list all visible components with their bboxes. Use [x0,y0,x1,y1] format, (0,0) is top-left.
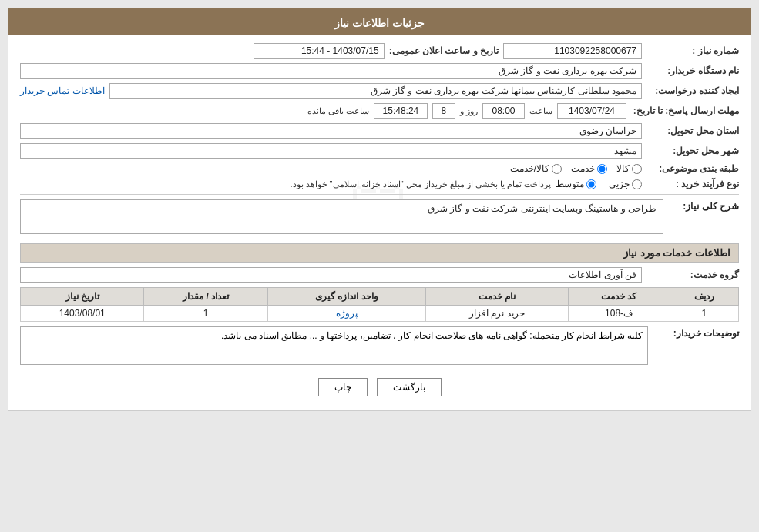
creator-label: ایجاد کننده درخواست: [646,85,739,96]
reply-time-value: 08:00 [482,103,525,119]
reply-deadline-label: مهلت ارسال پاسخ: تا تاریخ: [631,105,739,116]
purchase-type-radio-group: جزیی متوسط [556,179,642,189]
table-cell-2: خرید نرم افزار [426,306,569,322]
delivery-city-value: مشهد [20,143,642,159]
reply-date-value: 1403/07/24 [557,103,626,119]
reply-remaining-label: ساعت باقی مانده [307,106,369,116]
category-label-khedmat: خدمت [571,163,595,174]
category-label: طبقه بندی موضوعی: [646,163,739,174]
need-number-label: شماره نیاز : [646,45,739,56]
table-cell-4: 1 [144,306,267,322]
contact-link[interactable]: اطلاعات تماس خریدار [20,85,105,96]
buyer-notes-label: توضیحات خریدار: [654,326,739,339]
buyer-notes-value[interactable] [20,326,648,365]
col-unit: واحد اندازه گیری [267,288,425,306]
reply-days-label: روز و [460,106,478,116]
category-label-kala: کالا [616,163,630,174]
purchase-type-label-jozi: جزیی [609,179,630,189]
service-group-label: گروه خدمت: [646,269,739,280]
back-button[interactable]: بازگشت [377,378,442,396]
page-title: جزئیات اطلاعات نیاز [334,17,425,29]
col-date: تاریخ نیاز [21,288,144,306]
purchase-type-label: نوع فرآیند خرید : [646,179,739,189]
announcement-datetime-label: تاریخ و ساعت اعلان عمومی: [389,45,499,56]
services-table-body: 1ف-108خرید نرم افزارپروژه11403/08/01 [21,306,739,322]
footer-buttons: بازگشت چاپ [20,378,739,396]
col-name: نام خدمت [426,288,569,306]
row-creator: ایجاد کننده درخواست: محمود سلطانی کارشنا… [20,83,739,99]
need-desc-value: طراحی و هاستینگ وبسایت اینترنتی شرکت نفت… [20,199,663,234]
row-category: طبقه بندی موضوعی: کالا خدمت کالا/خدمت [20,163,739,174]
creator-value: محمود سلطانی کارشناس بیمانها شرکت بهره ب… [109,83,642,99]
card-header: جزئیات اطلاعات نیاز [8,11,751,35]
purchase-type-motavaset[interactable]: متوسط [556,179,596,189]
row-buyer-notes: توضیحات خریدار: [20,326,739,367]
row-buyer-name: نام دستگاه خریدار: شرکت بهره برداری نفت … [20,63,739,79]
row-delivery-province: استان محل تحویل: خراسان رضوی [20,123,739,139]
category-radio-kala-khedmat[interactable] [552,164,562,174]
buyer-name-value: شرکت بهره برداری نفت و گاز شرق [20,63,642,79]
purchase-type-radio-motavaset[interactable] [586,179,596,189]
category-option-kala-khedmat[interactable]: کالا/خدمت [510,163,562,174]
announcement-datetime-value: 1403/07/15 - 15:44 [254,43,385,59]
purchase-type-radio-jozi[interactable] [632,179,642,189]
row-purchase-type: نوع فرآیند خرید : جزیی متوسط پرداخت تمام… [20,179,739,189]
purchase-type-label-motavaset: متوسط [556,179,584,189]
services-table: ردیف کد خدمت نام خدمت واحد اندازه گیری ت… [20,287,739,322]
reply-remaining-value: 15:48:24 [374,103,428,119]
col-row: ردیف [670,288,739,306]
table-cell-5: 1403/08/01 [21,306,144,322]
need-desc-label: شرح کلی نیاز: [670,199,739,212]
reply-time-label: ساعت [529,106,552,116]
buyer-name-label: نام دستگاه خریدار: [646,65,739,76]
table-header-row: ردیف کد خدمت نام خدمت واحد اندازه گیری ت… [21,288,739,306]
delivery-province-value: خراسان رضوی [20,123,642,139]
category-radio-khedmat[interactable] [597,164,607,174]
table-cell-0: 1 [670,306,739,322]
print-button[interactable]: چاپ [318,378,368,396]
need-number-value: 1103092258000677 [503,43,642,59]
row-service-group: گروه خدمت: فن آوری اطلاعات [20,267,739,283]
table-cell-3: پروژه [267,306,425,322]
table-row: 1ف-108خرید نرم افزارپروژه11403/08/01 [21,306,739,322]
row-need-number: شماره نیاز : 1103092258000677 تاریخ و سا… [20,43,739,59]
reply-days-value: 8 [432,103,455,119]
purchase-type-desc: پرداخت تمام یا بخشی از مبلغ خریداز محل "… [290,179,551,189]
table-cell-1: ف-108 [568,306,670,322]
delivery-province-label: استان محل تحویل: [646,125,739,136]
page-wrapper: 🛡 جزئیات اطلاعات نیاز شماره نیاز : 11030… [0,0,759,532]
category-option-kala[interactable]: کالا [616,163,642,174]
services-section-header: اطلاعات خدمات مورد نیاز [20,243,739,263]
category-radio-group: کالا خدمت کالا/خدمت [20,163,642,174]
category-radio-kala[interactable] [632,164,642,174]
card-body: شماره نیاز : 1103092258000677 تاریخ و سا… [8,35,751,410]
col-quantity: تعداد / مقدار [144,288,267,306]
divider-1 [20,194,739,195]
row-need-desc: شرح کلی نیاز: طراحی و هاستینگ وبسایت این… [20,199,739,237]
service-group-value: فن آوری اطلاعات [20,267,642,283]
row-reply-deadline: مهلت ارسال پاسخ: تا تاریخ: 1403/07/24 سا… [20,103,739,119]
delivery-city-label: شهر محل تحویل: [646,146,739,156]
category-option-khedmat[interactable]: خدمت [571,163,607,174]
main-card: 🛡 جزئیات اطلاعات نیاز شماره نیاز : 11030… [8,8,751,411]
row-delivery-city: شهر محل تحویل: مشهد [20,143,739,159]
purchase-type-jozi[interactable]: جزیی [609,179,642,189]
col-code: کد خدمت [568,288,670,306]
category-label-kala-khedmat: کالا/خدمت [510,163,549,174]
